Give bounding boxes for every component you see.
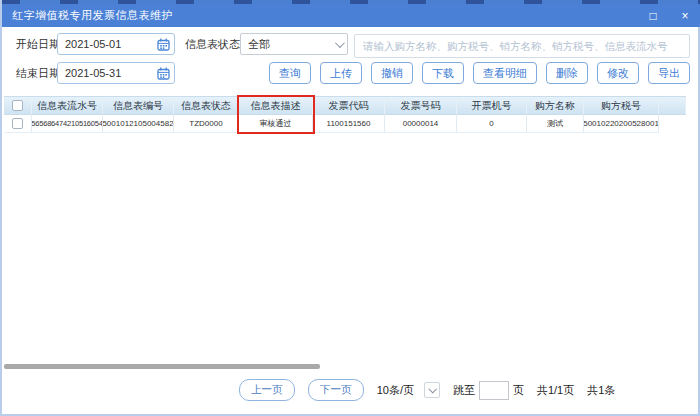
start-date-label: 开始日期 [16,33,60,55]
header-checkbox-cell [4,97,32,115]
next-page-button[interactable]: 下一页 [308,379,364,401]
cell-serial-number: 565686474210516054 [32,115,103,133]
column-header: 发票代码 [313,97,385,115]
window-title: 红字增值税专用发票信息表维护 [12,8,173,23]
delete-button[interactable]: 删除 [546,62,588,84]
start-date-input[interactable]: 2021-05-01 [57,33,175,55]
total-count-label: 共1条 [587,383,615,398]
row-checkbox[interactable] [12,118,23,129]
cell-form-status: TZD0000 [174,115,239,133]
column-header: 购方税号 [584,97,659,115]
view-detail-button[interactable]: 查看明细 [473,62,537,84]
end-date-input[interactable]: 2021-05-31 [57,62,175,84]
row-filler-cell [659,115,686,133]
table-row[interactable]: 565686474210516054 5001012105004582 TZD0… [4,115,686,133]
page-size-value: 10条/页 [377,383,414,398]
column-header: 信息表状态 [174,97,239,115]
export-button[interactable]: 导出 [648,62,690,84]
end-date-label: 结束日期 [16,62,60,84]
cell-form-description: 审核通过 [239,115,313,133]
close-icon[interactable]: × [678,10,692,22]
status-selected-value: 全部 [248,37,335,52]
end-date-value: 2021-05-31 [65,67,157,79]
status-select[interactable]: 全部 [240,33,348,55]
cell-buyer-tax-id: 50010220200528001 [584,115,659,133]
page-count-label: 共1/1页 [537,383,574,398]
start-date-value: 2021-05-01 [65,38,157,50]
column-header: 购方名称 [527,97,584,115]
column-header-filler [659,97,686,115]
jump-label: 跳至 [453,383,475,398]
modify-button[interactable]: 修改 [597,62,639,84]
jump-page-input[interactable] [479,381,509,400]
download-button[interactable]: 下载 [422,62,464,84]
column-header: 信息表编号 [103,97,174,115]
toolbar: 查询 上传 撤销 下载 查看明细 删除 修改 导出 [269,62,690,84]
select-all-checkbox[interactable] [12,100,23,111]
status-label: 信息表状态 [185,33,240,55]
prev-page-button[interactable]: 上一页 [239,379,295,401]
column-header: 开票机号 [457,97,527,115]
search-input[interactable] [354,34,690,58]
cell-invoice-code: 1100151560 [313,115,385,133]
cell-buyer-name: 测试 [527,115,584,133]
page-size-select[interactable] [424,382,440,398]
calendar-icon[interactable] [157,67,170,80]
column-header: 发票号码 [385,97,457,115]
pagination-bar: 上一页 下一页 10条/页 跳至 页 共1/1页 共1条 [77,378,700,402]
cell-form-number: 5001012105004582 [103,115,174,133]
column-header: 信息表流水号 [32,97,103,115]
table-header-row: 信息表流水号 信息表编号 信息表状态 信息表描述 发票代码 发票号码 开票机号 … [4,97,686,115]
titlebar: 红字增值税专用发票信息表维护 □ × [2,4,700,27]
calendar-icon[interactable] [157,38,170,51]
row-checkbox-cell [4,115,32,133]
cell-machine-number: 0 [457,115,527,133]
upload-button[interactable]: 上传 [320,62,362,84]
query-button[interactable]: 查询 [269,62,311,84]
chevron-down-icon [335,38,345,48]
jump-suffix-label: 页 [513,383,524,398]
chevron-down-icon [428,385,436,393]
revoke-button[interactable]: 撤销 [371,62,413,84]
maximize-icon[interactable]: □ [646,10,660,22]
invoice-table: 信息表流水号 信息表编号 信息表状态 信息表描述 发票代码 发票号码 开票机号 … [4,96,686,133]
app-window: 红字增值税专用发票信息表维护 □ × 开始日期 2021-05-01 信息表状态… [0,0,700,416]
cell-invoice-number: 00000014 [385,115,457,133]
horizontal-scrollbar-thumb[interactable] [4,364,320,369]
column-header: 信息表描述 [239,97,313,115]
